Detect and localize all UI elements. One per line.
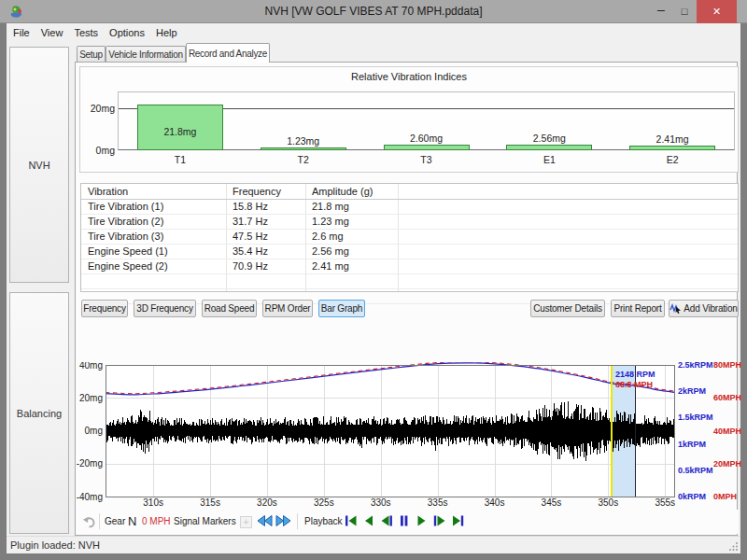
- table-cell: Tire Vibration (1): [88, 201, 163, 212]
- status-text: Plugin loaded: NVH: [10, 539, 100, 551]
- svg-text:2.5kRPM: 2.5kRPM: [678, 362, 713, 370]
- svg-text:2kRPM: 2kRPM: [678, 386, 706, 396]
- table-cell: 2.41 mg: [312, 260, 349, 272]
- application-window: { "window": { "title": "NVH [VW GOLF VIB…: [0, 0, 747, 560]
- table-cell: Engine Speed (2): [88, 260, 168, 272]
- svg-text:330s: 330s: [371, 497, 391, 508]
- bar-t3: [384, 145, 470, 150]
- column-header[interactable]: Vibration: [88, 186, 128, 197]
- bar-category-label: E2: [629, 154, 715, 165]
- button-customer-details[interactable]: Customer Details: [530, 300, 605, 317]
- markers-next-icon[interactable]: [275, 515, 291, 526]
- svg-text:80MPH: 80MPH: [713, 362, 741, 370]
- play-reverse-icon[interactable]: [362, 515, 375, 526]
- svg-text:345s: 345s: [542, 497, 562, 508]
- svg-text:40MPH: 40MPH: [713, 427, 741, 436]
- sidebar-item-nvh[interactable]: NVH: [9, 47, 69, 283]
- tab-setup[interactable]: Setup: [77, 46, 106, 63]
- table-row: [81, 274, 738, 289]
- step-back-icon[interactable]: [380, 515, 393, 526]
- bar-value-label: 2.41mg: [629, 133, 715, 145]
- window-title: NVH [VW GOLF VIBES AT 70 MPH.pddata]: [0, 0, 747, 23]
- svg-text:20MPH: 20MPH: [713, 459, 741, 469]
- bar-chart-ytick-0mg: 0mg: [80, 145, 115, 156]
- table-cell: Tire Vibration (3): [88, 231, 163, 242]
- menu-file[interactable]: File: [7, 23, 35, 43]
- column-header[interactable]: Frequency: [233, 186, 281, 197]
- svg-text:340s: 340s: [485, 497, 505, 508]
- table-cell: 70.9 Hz: [233, 260, 268, 272]
- button-rpm-order[interactable]: RPM Order: [262, 300, 313, 317]
- button-print-report[interactable]: Print Report: [611, 300, 665, 317]
- button-add-vibration[interactable]: Add Vibration: [669, 300, 739, 317]
- resize-grip[interactable]: [729, 541, 739, 551]
- tab-record-and-analyze[interactable]: Record and Analyze: [186, 43, 270, 63]
- add-marker-button[interactable]: +: [240, 516, 252, 528]
- bar-chart-ytick-20mg: 20mg: [80, 103, 115, 114]
- bar-value-label: 2.56mg: [506, 133, 592, 144]
- bar-category-label: T1: [137, 154, 223, 165]
- minimize-button[interactable]: –: [651, 0, 671, 23]
- svg-text:325s: 325s: [314, 497, 334, 508]
- table-row[interactable]: Tire Vibration (2)31.7 Hz1.23 mg: [81, 215, 738, 230]
- svg-text:320s: 320s: [257, 497, 277, 508]
- column-header[interactable]: Amplitude (g): [312, 186, 373, 197]
- svg-text:350s: 350s: [599, 497, 619, 508]
- close-button[interactable]: ✕: [697, 0, 737, 23]
- table-cell: Engine Speed (1): [88, 245, 168, 257]
- skip-to-start-icon[interactable]: [345, 515, 358, 526]
- table-cell: 2.6 mg: [312, 231, 344, 242]
- svg-text:2148 RPM: 2148 RPM: [615, 370, 655, 379]
- window-frame-bottom: [0, 553, 747, 560]
- svg-text:0kRPM: 0kRPM: [678, 492, 706, 501]
- button-3d-frequency[interactable]: 3D Frequency: [134, 300, 196, 317]
- svg-text:335s: 335s: [428, 497, 448, 508]
- skip-to-end-icon[interactable]: [451, 515, 464, 526]
- table-cell: Tire Vibration (2): [88, 216, 163, 227]
- table-row[interactable]: Tire Vibration (3)47.5 Hz2.6 mg: [81, 230, 738, 245]
- play-icon[interactable]: [416, 515, 429, 526]
- button-bar-graph[interactable]: Bar Graph: [318, 300, 365, 317]
- table-cell: 47.5 Hz: [233, 231, 268, 242]
- sidebar-nvh-label: NVH: [28, 160, 49, 171]
- table-row[interactable]: Tire Vibration (1)15.8 Hz21.8 mg: [81, 200, 738, 215]
- bar-t2: [261, 147, 346, 150]
- bar-e1: [506, 145, 592, 150]
- bar-e2: [629, 146, 715, 150]
- svg-text:315s: 315s: [200, 497, 220, 508]
- undo-icon[interactable]: [82, 516, 96, 528]
- bar-category-label: T2: [261, 154, 346, 165]
- status-bar: Plugin loaded: NVH: [7, 536, 740, 553]
- playback-toolbar: Gear N 0 MPH Signal Markers + Playback: [79, 510, 739, 534]
- svg-text:310s: 310s: [143, 497, 163, 508]
- maximize-button[interactable]: □: [674, 0, 695, 23]
- sidebar-item-balancing[interactable]: Balancing: [9, 292, 69, 534]
- button-frequency[interactable]: Frequency: [81, 300, 128, 317]
- table-cell: 21.8 mg: [312, 201, 349, 212]
- table-row[interactable]: Engine Speed (1)35.4 Hz2.56 mg: [81, 245, 738, 259]
- svg-text:40mg: 40mg: [79, 362, 103, 371]
- tab-vehicle-information[interactable]: Vehicle Information: [106, 46, 186, 63]
- markers-previous-icon[interactable]: [257, 515, 273, 526]
- signal-markers-label: Signal Markers: [174, 516, 236, 526]
- waveform-chart[interactable]: 2148 RPM68.8 MPH40mg20mg0mg-20mg-40mg310…: [70, 362, 744, 511]
- vibration-table[interactable]: VibrationFrequencyAmplitude (g)Tire Vibr…: [80, 183, 739, 292]
- menu-tests[interactable]: Tests: [68, 23, 104, 43]
- svg-text:0MPH: 0MPH: [713, 492, 737, 501]
- svg-text:1.5kRPM: 1.5kRPM: [678, 413, 713, 422]
- button-road-speed[interactable]: Road Speed: [202, 300, 257, 317]
- bar-value-label: 2.60mg: [384, 133, 470, 144]
- menu-help[interactable]: Help: [150, 23, 183, 43]
- svg-text:0.5kRPM: 0.5kRPM: [678, 466, 713, 475]
- table-cell: 2.56 mg: [312, 245, 349, 257]
- window-frame-left: [0, 23, 7, 553]
- svg-text:-40mg: -40mg: [77, 492, 103, 502]
- step-forward-icon[interactable]: [433, 515, 446, 526]
- table-cell: 1.23 mg: [312, 216, 349, 227]
- menu-view[interactable]: View: [35, 23, 69, 43]
- table-row[interactable]: Engine Speed (2)70.9 Hz2.41 mg: [81, 259, 738, 274]
- svg-text:20mg: 20mg: [79, 393, 103, 403]
- pause-icon[interactable]: [398, 515, 411, 526]
- menu-options[interactable]: Options: [104, 23, 150, 43]
- relative-vibration-groupbox: Relative Vibration Indices 20mg 0mg 21.8…: [79, 66, 739, 173]
